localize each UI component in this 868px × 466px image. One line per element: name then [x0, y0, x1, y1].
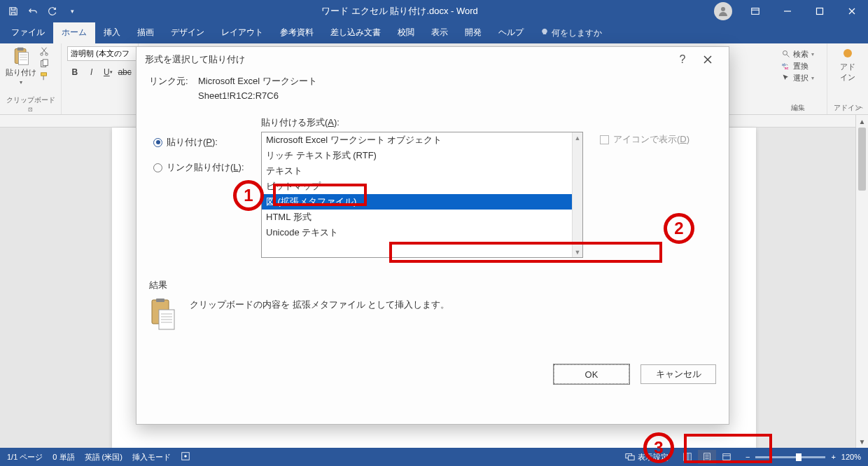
source-line-1: Microsoft Excel ワークシート: [198, 75, 317, 88]
svg-rect-20: [628, 455, 634, 460]
quick-access-toolbar: ▾: [0, 4, 85, 19]
tab-insert[interactable]: 挿入: [95, 22, 129, 43]
scroll-down-icon[interactable]: ▼: [856, 435, 868, 448]
italic-button[interactable]: I: [84, 65, 99, 79]
tab-draw[interactable]: 描画: [129, 22, 162, 43]
scroll-up-icon[interactable]: ▲: [573, 132, 582, 143]
list-item[interactable]: 図 (拡張メタファイル): [262, 194, 572, 210]
tell-me-label: 何をしますか: [552, 27, 602, 39]
tell-me[interactable]: 何をしますか: [532, 23, 610, 43]
status-page[interactable]: 1/1 ページ: [7, 452, 43, 462]
ok-button[interactable]: OK: [554, 364, 629, 384]
radio-paste-label: 貼り付け(P):: [167, 136, 218, 149]
result-text: クリップボードの内容を 拡張メタファイル として挿入します。: [190, 297, 449, 311]
radio-icon: [153, 163, 162, 172]
repeat-icon[interactable]: [45, 4, 60, 19]
account-avatar[interactable]: [714, 2, 732, 20]
tab-help[interactable]: ヘルプ: [490, 22, 532, 43]
radio-paste[interactable]: 貼り付け(P):: [149, 133, 261, 151]
tab-design[interactable]: デザイン: [162, 22, 213, 43]
source-line-2: Sheet1!R1C2:R7C6: [198, 90, 317, 101]
select-button[interactable]: 選択 ▾: [782, 73, 814, 83]
minimize-button[interactable]: [771, 0, 804, 22]
save-icon[interactable]: [6, 4, 21, 19]
addin-label: アド イン: [840, 62, 855, 83]
underline-button[interactable]: U ▾: [101, 65, 116, 79]
zoom-level[interactable]: 120%: [841, 453, 861, 461]
list-item[interactable]: Unicode テキスト: [262, 225, 572, 240]
dialog-help-button[interactable]: ?: [670, 50, 695, 69]
tab-file[interactable]: ファイル: [3, 22, 53, 43]
dialog-close-button[interactable]: [695, 50, 720, 69]
display-as-icon-label: アイコンで表示(D): [613, 133, 690, 146]
status-display-settings[interactable]: 表示設定: [625, 452, 668, 462]
addin-button[interactable]: アド イン: [833, 46, 862, 85]
status-language[interactable]: 英語 (米国): [85, 452, 122, 462]
radio-paste-link[interactable]: リンク貼り付け(L):: [149, 158, 261, 177]
view-web-icon[interactable]: [718, 450, 736, 464]
collapse-ribbon-icon[interactable]: ︿: [856, 101, 864, 111]
clipboard-mini-buttons: [36, 46, 52, 85]
list-item[interactable]: テキスト: [262, 163, 572, 179]
tab-mailings[interactable]: 差し込み文書: [322, 22, 389, 43]
svg-point-11: [783, 50, 788, 55]
format-listbox[interactable]: Microsoft Excel ワークシート オブジェクトリッチ テキスト形式 …: [261, 132, 583, 258]
clipboard-group-label: クリップボード ⊡: [6, 95, 55, 113]
list-item[interactable]: Microsoft Excel ワークシート オブジェクト: [262, 132, 572, 148]
list-item[interactable]: HTML 形式: [262, 210, 572, 225]
quick-access-dropdown-icon[interactable]: ▾: [64, 4, 80, 19]
list-item[interactable]: リッチ テキスト形式 (RTF): [262, 148, 572, 163]
undo-icon[interactable]: [25, 4, 41, 19]
scroll-down-icon[interactable]: ▼: [573, 247, 582, 257]
ribbon-display-options-icon[interactable]: [739, 0, 771, 22]
select-icon: [782, 74, 790, 83]
close-button[interactable]: [836, 0, 868, 22]
view-focus-icon[interactable]: [678, 450, 696, 464]
svg-rect-15: [156, 299, 164, 302]
clipboard-paste-icon: [11, 46, 31, 66]
status-macro-icon[interactable]: [181, 451, 190, 462]
paste-button[interactable]: 貼り付け ▾: [6, 46, 36, 85]
scroll-up-icon[interactable]: ▲: [856, 115, 868, 128]
copy-icon[interactable]: [39, 59, 52, 69]
zoom-control[interactable]: − + 120%: [746, 453, 861, 461]
zoom-slider[interactable]: [755, 456, 825, 458]
editing-group-label: 編集: [775, 103, 821, 113]
strikethrough-button[interactable]: abc: [117, 65, 132, 79]
view-print-icon[interactable]: [698, 450, 716, 464]
ribbon-tabs: ファイル ホーム 挿入 描画 デザイン レイアウト 参考資料 差し込み文書 校閲…: [0, 22, 868, 43]
chevron-down-icon: ▾: [20, 79, 22, 85]
checkbox-icon: [600, 135, 609, 144]
clipboard-result-icon: [149, 297, 177, 331]
scroll-thumb[interactable]: [858, 128, 866, 191]
tab-home[interactable]: ホーム: [53, 22, 95, 43]
svg-rect-5: [19, 53, 29, 65]
svg-rect-4: [18, 48, 24, 50]
status-words[interactable]: 0 単語: [52, 452, 74, 462]
clipboard-group: 貼り付け ▾ クリップボード ⊡: [0, 43, 62, 114]
svg-rect-1: [752, 8, 760, 15]
tab-developer[interactable]: 開発: [456, 22, 490, 43]
status-insert-mode[interactable]: 挿入モード: [132, 452, 171, 462]
cut-icon[interactable]: [39, 46, 52, 56]
maximize-button[interactable]: [804, 0, 836, 22]
zoom-out-icon[interactable]: −: [746, 453, 750, 461]
list-item[interactable]: ビットマップ: [262, 179, 572, 194]
vertical-scrollbar[interactable]: ▲ ▼: [855, 115, 868, 448]
replace-button[interactable]: abac置換: [782, 61, 814, 71]
display-settings-icon: [625, 452, 635, 462]
tab-layout[interactable]: レイアウト: [213, 22, 272, 43]
tab-references[interactable]: 参考資料: [272, 22, 322, 43]
bold-button[interactable]: B: [67, 65, 83, 79]
find-button[interactable]: 検索 ▾: [782, 49, 814, 60]
zoom-in-icon[interactable]: +: [831, 453, 835, 461]
format-painter-icon[interactable]: [39, 71, 52, 81]
source-label: リンク元:: [149, 75, 188, 101]
cancel-button[interactable]: キャンセル: [640, 364, 716, 384]
listbox-scrollbar[interactable]: ▲ ▼: [572, 132, 582, 257]
paste-label: 貼り付け: [6, 67, 36, 78]
font-name-combo[interactable]: 游明朝 (本文のフ: [67, 46, 137, 61]
font-group: 游明朝 (本文のフ B I U ▾ abc: [62, 43, 139, 114]
tab-view[interactable]: 表示: [423, 22, 456, 43]
tab-review[interactable]: 校閲: [389, 22, 423, 43]
